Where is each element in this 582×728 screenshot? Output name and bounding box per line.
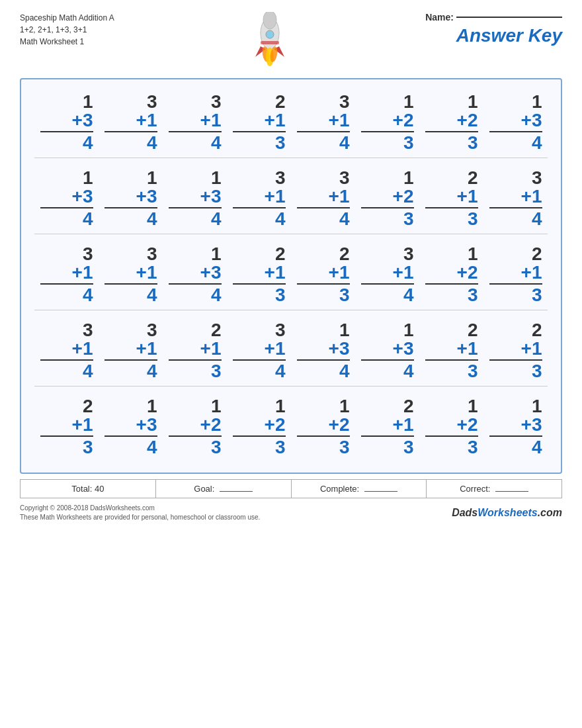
problem: 3+14 (169, 93, 222, 152)
name-line: Name: (425, 12, 562, 23)
answer: 3 (425, 286, 478, 304)
addend: +1 (297, 187, 350, 208)
answer: 4 (297, 362, 350, 381)
top-number: 3 (147, 321, 157, 340)
header: Spaceship Math Addition A 1+2, 2+1, 1+3,… (20, 12, 562, 71)
top-number: 3 (275, 169, 286, 187)
addend: +3 (104, 416, 157, 437)
top-number: 2 (211, 321, 222, 340)
answer: 4 (489, 134, 542, 152)
top-number: 3 (339, 93, 350, 111)
top-number: 3 (83, 245, 93, 263)
addend: +3 (104, 187, 157, 208)
problem: 1+34 (169, 169, 222, 228)
stat-goal: Goal: (156, 480, 292, 498)
answer-key-label: Answer Key (456, 25, 562, 46)
problem: 2+13 (425, 169, 478, 228)
problem: 2+13 (489, 321, 542, 381)
answer: 4 (40, 286, 93, 304)
brand-worksheets: Worksheets (478, 507, 537, 518)
top-number: 1 (275, 397, 286, 416)
top-number: 3 (211, 93, 222, 111)
answer: 4 (104, 210, 157, 228)
answer: 3 (425, 210, 478, 228)
addend: +1 (361, 263, 414, 285)
title-line3: Math Worksheet 1 (20, 36, 114, 48)
problem: 1+34 (104, 397, 157, 457)
problem: 3+14 (104, 321, 157, 381)
problem: 2+13 (297, 245, 350, 304)
answer: 4 (233, 362, 286, 381)
top-number: 1 (83, 169, 93, 187)
answer: 3 (233, 286, 286, 304)
copyright-line2: These Math Worksheets are provided for p… (20, 513, 260, 522)
answer: 4 (104, 438, 157, 457)
answer: 4 (104, 134, 157, 152)
answer: 3 (489, 362, 542, 381)
problem: 1+34 (169, 245, 222, 304)
problem: 3+14 (233, 169, 286, 228)
problem: 3+14 (40, 321, 93, 381)
problem: 3+14 (489, 169, 542, 228)
answer: 4 (104, 362, 157, 381)
top-number: 1 (339, 397, 350, 416)
addend: +2 (425, 263, 478, 285)
problem: 2+13 (233, 93, 286, 152)
top-number: 2 (275, 93, 286, 111)
problem: 3+14 (361, 245, 414, 304)
top-number: 1 (468, 245, 478, 263)
addend: +1 (169, 340, 222, 361)
problem: 1+34 (297, 321, 350, 381)
answer: 3 (297, 286, 350, 304)
copyright-line1: Copyright © 2008-2018 DadsWorksheets.com (20, 504, 260, 513)
addend: +1 (104, 340, 157, 361)
top-number: 3 (147, 93, 157, 111)
top-number: 2 (403, 397, 414, 416)
top-number: 1 (403, 93, 414, 111)
answer: 4 (104, 286, 157, 304)
top-number: 3 (339, 169, 350, 187)
answer: 4 (40, 362, 93, 381)
answer: 4 (40, 134, 93, 152)
top-number: 3 (83, 321, 93, 340)
addend: +1 (233, 187, 286, 208)
answer: 4 (297, 210, 350, 228)
top-number: 1 (532, 93, 542, 111)
problem: 1+23 (361, 169, 414, 228)
addend: +1 (40, 340, 93, 361)
complete-line (364, 491, 397, 492)
problem: 1+23 (425, 93, 478, 152)
addend: +1 (233, 111, 286, 132)
addend: +1 (489, 187, 542, 208)
svg-point-1 (263, 12, 276, 29)
top-number: 3 (403, 245, 414, 263)
addend: +1 (169, 111, 222, 132)
answer: 3 (361, 438, 414, 457)
problem: 2+13 (233, 245, 286, 304)
answer: 3 (40, 438, 93, 457)
top-number: 1 (403, 169, 414, 187)
answer: 4 (169, 210, 222, 228)
answer: 3 (425, 362, 478, 381)
addend: +3 (40, 111, 93, 132)
problem: 2+13 (489, 245, 542, 304)
addend: +3 (40, 187, 93, 208)
top-number: 1 (211, 169, 222, 187)
answer: 4 (489, 438, 542, 457)
title-line1: Spaceship Math Addition A (20, 12, 114, 24)
answer: 3 (233, 438, 286, 457)
worksheet: 1+343+143+142+133+141+231+231+34 1+341+3… (20, 78, 562, 474)
goal-label: Goal: (194, 484, 214, 494)
top-number: 2 (532, 321, 542, 340)
top-number: 3 (532, 169, 542, 187)
answer: 4 (233, 210, 286, 228)
top-number: 1 (468, 397, 478, 416)
page: Spaceship Math Addition A 1+2, 2+1, 1+3,… (0, 0, 582, 728)
problem: 1+23 (361, 93, 414, 152)
problem: 2+13 (361, 397, 414, 457)
problem: 1+23 (233, 397, 286, 457)
problem: 3+14 (233, 321, 286, 381)
addend: +3 (361, 340, 414, 361)
answer: 4 (361, 286, 414, 304)
top-number: 1 (83, 93, 93, 111)
